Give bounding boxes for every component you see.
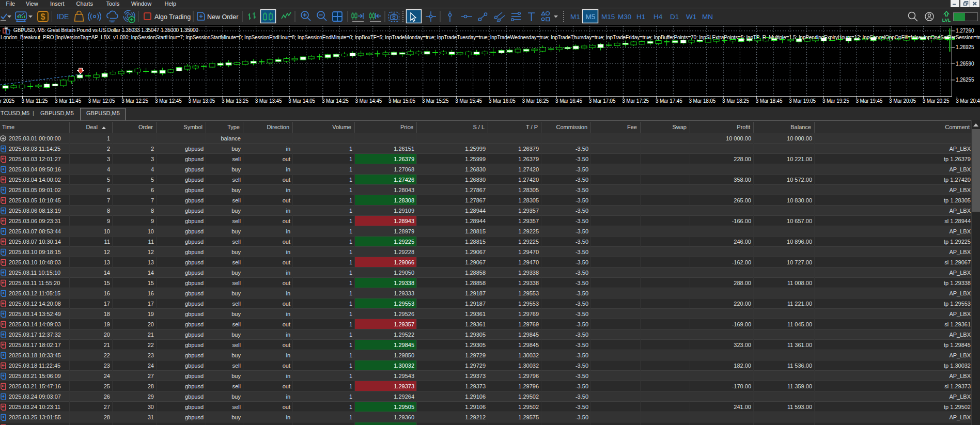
svg-text:3 Mar 20:45: 3 Mar 20:45 [956, 98, 980, 104]
svg-text:3 Mar 14:25: 3 Mar 14:25 [322, 98, 349, 104]
svg-text:1.27260: 1.27260 [956, 28, 974, 34]
svg-text:3 Mar 19:25: 3 Mar 19:25 [822, 98, 849, 104]
svg-text:3 Mar 12:05: 3 Mar 12:05 [88, 98, 115, 104]
svg-text:3 Mar 15:45: 3 Mar 15:45 [455, 98, 482, 104]
svg-text:3 Mar 14:05: 3 Mar 14:05 [288, 98, 315, 104]
svg-text:M1: M1 [570, 13, 580, 21]
svg-text:3 Mar 18:25: 3 Mar 18:25 [722, 98, 749, 104]
svg-text:3 Mar 18:05: 3 Mar 18:05 [689, 98, 716, 104]
svg-text:1.26925: 1.26925 [956, 44, 974, 50]
svg-text:3 Mar 16:45: 3 Mar 16:45 [555, 98, 582, 104]
svg-text:3 Mar 11:45: 3 Mar 11:45 [55, 98, 82, 104]
svg-text:3 Mar 17:45: 3 Mar 17:45 [656, 98, 682, 104]
svg-text:1.26590: 1.26590 [956, 61, 974, 67]
svg-text:3 Mar 13:25: 3 Mar 13:25 [222, 98, 248, 104]
svg-text:3 Mar 20:25: 3 Mar 20:25 [923, 98, 950, 104]
svg-text:3 Mar 18:45: 3 Mar 18:45 [756, 98, 783, 104]
svg-text:3 Mar 14:45: 3 Mar 14:45 [355, 98, 382, 104]
svg-text:H4: H4 [654, 13, 663, 21]
svg-text:D1: D1 [670, 13, 679, 21]
svg-text:3 Mar 13:45: 3 Mar 13:45 [255, 98, 282, 104]
svg-text:3 Mar 17:05: 3 Mar 17:05 [589, 98, 616, 104]
svg-text:3 Mar 13:05: 3 Mar 13:05 [189, 98, 215, 104]
svg-text:3 Mar 19:05: 3 Mar 19:05 [789, 98, 816, 104]
svg-text:3 Mar 17:25: 3 Mar 17:25 [622, 98, 649, 104]
svg-text:3 Mar 15:05: 3 Mar 15:05 [388, 98, 415, 104]
svg-text:3 Mar 15:25: 3 Mar 15:25 [422, 98, 449, 104]
svg-text:3 Mar 12:25: 3 Mar 12:25 [121, 98, 148, 104]
svg-text:3 Mar 16:05: 3 Mar 16:05 [489, 98, 516, 104]
svg-text:LVL: LVL [942, 18, 951, 23]
svg-text:Algo Trading: Algo Trading [154, 13, 191, 21]
svg-text:$: $ [41, 12, 45, 21]
svg-text:MN: MN [702, 13, 713, 21]
svg-text:3 Mar 11:25: 3 Mar 11:25 [22, 98, 49, 104]
svg-text:W1: W1 [686, 13, 696, 21]
svg-text:3 Mar 20:05: 3 Mar 20:05 [889, 98, 916, 104]
svg-text:r 2025: r 2025 [0, 98, 15, 104]
svg-text:3 Mar 16:25: 3 Mar 16:25 [522, 98, 549, 104]
svg-text:M30: M30 [618, 13, 631, 21]
svg-text:M15: M15 [601, 13, 615, 21]
svg-text:IDE: IDE [57, 12, 69, 21]
svg-text:London_Breakout_PRO [InpVersio: London_Breakout_PRO [InpVersionTag=AP_LB… [1, 35, 980, 40]
svg-text:GBPUSD, M5: Great Britain Poun: GBPUSD, M5: Great Britain Pound vs US Do… [13, 27, 198, 33]
svg-text:H1: H1 [636, 13, 645, 21]
svg-text:3 Mar 19:45: 3 Mar 19:45 [856, 98, 883, 104]
svg-text:3 Mar 12:45: 3 Mar 12:45 [155, 98, 182, 104]
svg-text:M5: M5 [586, 13, 596, 21]
svg-text:New Order: New Order [207, 13, 238, 21]
svg-text:1.26255: 1.26255 [956, 77, 974, 83]
